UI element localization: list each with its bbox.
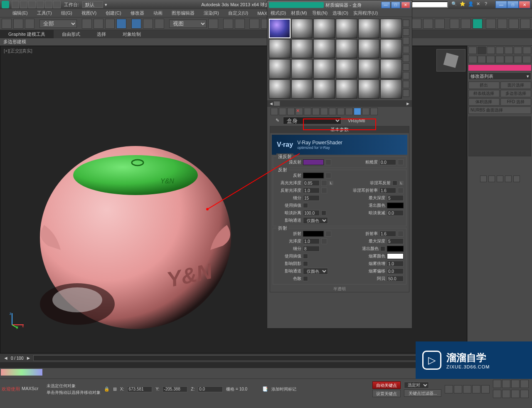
cat-shape-icon[interactable] [478, 56, 486, 63]
mod-splinesel[interactable]: 样条线选择 [468, 90, 500, 97]
timetag-icon[interactable]: 📑 [262, 386, 268, 392]
go-forward-icon[interactable] [362, 108, 369, 115]
refl-interp-checkbox[interactable] [303, 203, 308, 208]
material-slot[interactable] [336, 79, 357, 99]
material-editor-icon[interactable] [435, 19, 445, 29]
refr-gloss-map-button[interactable] [321, 238, 327, 244]
refr-exit-checkbox[interactable] [380, 246, 385, 251]
window-crossing-icon[interactable] [116, 19, 126, 29]
mod-extrude[interactable]: 挤出 [468, 82, 500, 89]
render-icon[interactable] [473, 19, 483, 29]
open-icon[interactable] [20, 1, 27, 8]
cat-camera-icon[interactable] [495, 56, 504, 63]
set-key-button[interactable]: 设置关键点 [372, 390, 401, 397]
render-setup-icon[interactable] [450, 19, 460, 29]
roughness-spinner[interactable]: 0.0 [379, 159, 396, 165]
bind-icon[interactable] [25, 19, 35, 29]
tab-select[interactable]: 选择 [89, 30, 114, 38]
cat-system-icon[interactable] [522, 56, 531, 63]
pivot-icon[interactable] [208, 19, 218, 29]
dim-distance-spinner[interactable]: 100.0 [303, 210, 320, 216]
menu-tools[interactable]: 工具(T) [37, 10, 52, 16]
mod-nurbs[interactable]: NURBS 曲面选择 [468, 106, 531, 114]
cat-space-icon[interactable] [514, 56, 522, 63]
material-slot[interactable] [380, 59, 402, 79]
refl-gloss-map-button[interactable] [321, 188, 327, 193]
tab-graphite[interactable]: Graphite 建模工具 [0, 30, 54, 38]
refl-affect-dropdown[interactable]: 仅颜色 [303, 217, 328, 224]
reflect-color-swatch[interactable] [303, 173, 324, 178]
rollout-header-basic[interactable]: 基本参数 [270, 126, 409, 133]
move-icon[interactable] [131, 19, 141, 29]
material-slot[interactable] [291, 59, 313, 79]
put-to-lib-icon[interactable] [320, 108, 328, 115]
curve-editor-icon[interactable] [411, 19, 421, 29]
manipulate-icon[interactable] [223, 19, 233, 29]
show-in-view-icon[interactable] [337, 108, 345, 115]
uv-tiling-icon[interactable] [403, 46, 409, 53]
material-slot[interactable] [269, 59, 291, 79]
mat-menu-material[interactable]: 材质(M) [291, 10, 307, 16]
dim-distance-checkbox[interactable] [321, 210, 326, 215]
menu-modifiers[interactable]: 修改器 [131, 10, 144, 16]
coord-icon[interactable]: ⊞ [113, 386, 117, 392]
show-result-icon[interactable] [488, 176, 495, 182]
fresnel-checkbox[interactable] [392, 181, 397, 185]
pick-icon[interactable] [370, 108, 378, 115]
max-toggle-icon[interactable] [511, 390, 520, 398]
refr-subdiv-spinner[interactable]: 8 [303, 246, 320, 252]
cmd-hammer-icon[interactable] [523, 47, 531, 54]
affect-shadows-checkbox[interactable] [303, 261, 308, 266]
material-slot[interactable] [380, 39, 402, 59]
material-slot[interactable] [313, 59, 335, 79]
go-parent-icon[interactable] [354, 108, 361, 115]
link-icon[interactable] [53, 1, 61, 8]
cmd-hierarchy-icon[interactable] [487, 47, 495, 54]
fov-icon[interactable] [520, 380, 529, 388]
make-preview-icon[interactable] [403, 63, 409, 71]
x-coord-input[interactable]: 673.581 [127, 386, 152, 392]
material-slot[interactable] [313, 79, 335, 99]
cmd-motion-icon[interactable] [496, 47, 504, 54]
prev-frame-icon[interactable]: ◄ [3, 355, 8, 361]
menu-render[interactable]: 渲染(R) [204, 10, 219, 16]
mat-menu-util[interactable]: 实用程序(U) [353, 10, 378, 16]
prev-key-icon[interactable] [454, 385, 462, 393]
object-color-swatch[interactable] [468, 65, 531, 71]
material-slot[interactable] [269, 19, 291, 38]
scale-icon[interactable] [155, 19, 165, 29]
rollout-translucency[interactable]: 半透明 [270, 286, 409, 292]
mod-volsel[interactable]: 体积选择 [468, 98, 500, 106]
pin-stack-icon[interactable] [480, 176, 487, 182]
cross-icon[interactable]: ✕ [476, 1, 483, 8]
trackbar-keys[interactable] [1, 369, 42, 376]
mod-patchsel[interactable]: 面片选择 [500, 82, 532, 89]
fresnel-ior-map-button[interactable] [398, 188, 404, 193]
tab-freeform[interactable]: 自由形式 [54, 30, 89, 38]
redo-icon[interactable] [45, 1, 52, 8]
teapot2-icon[interactable] [498, 19, 507, 29]
fog-color-swatch[interactable] [387, 253, 404, 259]
material-name-input[interactable]: 盒身 [283, 117, 341, 124]
material-slot[interactable] [269, 79, 291, 99]
goto-start-icon[interactable] [445, 385, 453, 393]
select-by-mat-icon[interactable] [403, 81, 409, 88]
orbit-icon[interactable] [493, 390, 501, 398]
cat-geom-icon[interactable] [468, 56, 477, 63]
key-filters-button[interactable]: 关键点过滤器... [404, 389, 441, 397]
ior-spinner[interactable]: 1.6 [379, 231, 396, 237]
add-time-tag[interactable]: 添加时间标记 [271, 386, 296, 392]
cmd-create-icon[interactable] [468, 47, 477, 54]
mat-min-button[interactable]: — [381, 2, 390, 8]
selection-filter-dropdown[interactable]: 全部 [39, 20, 77, 28]
refract-map-button[interactable] [325, 231, 331, 237]
material-slot[interactable] [380, 19, 402, 38]
hilight-gloss-spinner[interactable]: 0.85 [303, 180, 320, 186]
assign-icon[interactable] [287, 108, 295, 115]
y-coord-input[interactable]: -205.388 [163, 386, 187, 392]
show-end-icon[interactable] [345, 108, 353, 115]
walk-icon[interactable] [520, 390, 529, 398]
maximize-button[interactable]: □ [507, 1, 519, 8]
eyedropper-icon[interactable]: ✎ [276, 118, 281, 124]
cmd-modify-icon[interactable] [478, 47, 486, 54]
